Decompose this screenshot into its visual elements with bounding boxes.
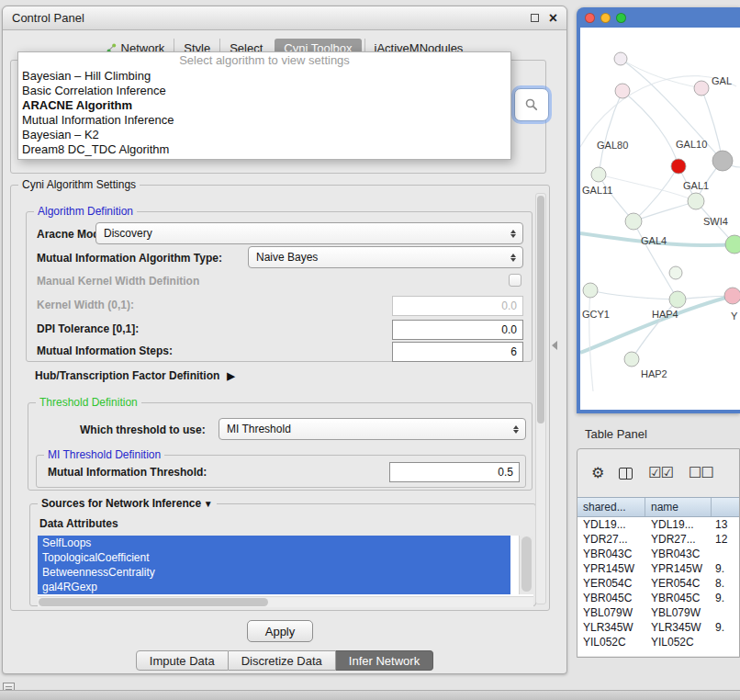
mi-steps-label: Mutual Information Steps: — [37, 344, 173, 357]
bottom-tab-impute-data[interactable]: Impute Data — [136, 650, 229, 671]
algorithm-option[interactable]: Bayesian – K2 — [18, 128, 510, 142]
table-row[interactable]: YBL079WYBL079W — [577, 605, 739, 620]
mi-threshold-group: MI Threshold Definition Mutual Informati… — [36, 455, 526, 488]
network-node[interactable] — [614, 52, 627, 65]
mi-threshold-label: Mutual Information Threshold: — [48, 466, 207, 479]
attribute-item[interactable]: BetweennessCentrality — [38, 565, 510, 580]
network-edge — [622, 91, 678, 166]
status-bar — [0, 690, 740, 700]
network-edge — [633, 221, 678, 299]
table-header: shared...name — [577, 497, 739, 517]
algorithm-option[interactable]: Basic Correlation Inference — [18, 84, 510, 98]
dpi-tolerance-input[interactable]: 0.0 — [392, 320, 523, 340]
settings-vertical-scrollbar[interactable] — [535, 193, 546, 604]
kernel-width-input[interactable]: 0.0 — [392, 296, 523, 316]
network-edge — [621, 59, 701, 88]
zoom-button[interactable] — [616, 13, 626, 23]
bottom-tab-infer-network[interactable]: Infer Network — [336, 650, 433, 671]
table-row[interactable]: YER054CYER054C8. — [577, 576, 739, 591]
mi-steps-input[interactable]: 6 — [392, 342, 523, 362]
manual-kernel-checkbox[interactable] — [509, 274, 521, 287]
scrollbar-thumb[interactable] — [537, 196, 544, 423]
network-edge — [633, 201, 696, 221]
columns-icon[interactable] — [619, 468, 633, 480]
mi-algorithm-type-select[interactable]: Naive Bayes — [248, 246, 523, 268]
control-panel-window: Control Panel × NetworkStyleSelectCyni T… — [2, 6, 567, 674]
node-label: HAP2 — [641, 368, 667, 379]
algorithm-search-button[interactable] — [514, 88, 549, 121]
select-all-icon[interactable]: ☑☑ — [648, 466, 673, 480]
close-window-icon[interactable]: × — [549, 11, 557, 26]
kernel-width-label: Kernel Width (0,1): — [37, 299, 134, 311]
table-row[interactable]: YPR145WYPR145W9. — [577, 561, 739, 576]
network-edge — [621, 59, 723, 161]
which-threshold-select[interactable]: MI Threshold — [219, 418, 526, 440]
table-row[interactable]: YDL19...YDL19...13 — [577, 517, 739, 532]
network-node[interactable] — [591, 167, 606, 182]
network-node[interactable] — [669, 291, 686, 308]
algorithm-option[interactable]: Mutual Information Inference — [18, 113, 510, 128]
node-label: GAL80 — [597, 140, 628, 151]
column-header[interactable]: name — [645, 498, 712, 516]
network-node[interactable] — [669, 266, 682, 279]
network-edge — [580, 76, 736, 147]
combo-arrows-icon — [510, 423, 521, 436]
attributes-vertical-scrollbar[interactable] — [519, 536, 533, 594]
network-canvas[interactable]: GALGAL80GAL10GAL11GAL1SWI4GAL4GCY1HAP4HA… — [580, 28, 740, 410]
minimize-button[interactable] — [600, 13, 611, 23]
network-edge — [599, 91, 622, 175]
column-header[interactable]: shared... — [577, 498, 645, 516]
network-node[interactable] — [624, 352, 639, 367]
network-node[interactable] — [583, 283, 598, 298]
panel-splitter-arrow[interactable] — [552, 341, 557, 350]
hub-definition-expander[interactable]: Hub/Transcription Factor Definition — [35, 369, 235, 382]
attribute-item[interactable]: SelfLoops — [38, 536, 510, 550]
attributes-horizontal-scrollbar[interactable] — [38, 596, 533, 607]
network-window-titlebar — [577, 7, 740, 28]
float-window-icon[interactable] — [531, 14, 539, 22]
algorithm-option[interactable]: Dream8 DC_TDC Algorithm — [18, 142, 510, 157]
node-label: SWI4 — [703, 216, 728, 227]
network-node[interactable] — [671, 159, 686, 174]
scrollbar-thumb[interactable] — [39, 598, 268, 606]
titlebar-icons: × — [531, 11, 557, 26]
combo-arrows-icon — [507, 251, 519, 265]
network-edge — [633, 166, 678, 221]
mi-threshold-input[interactable]: 0.5 — [389, 462, 520, 482]
network-node[interactable] — [615, 84, 630, 98]
bottom-tab-discretize-data[interactable]: Discretize Data — [229, 650, 336, 671]
table-row[interactable]: YLR345WYLR345W9. — [577, 620, 739, 635]
sources-group: Sources for Network Inference Data Attri… — [29, 503, 536, 606]
network-node[interactable] — [688, 193, 704, 209]
scrollbar-thumb[interactable] — [521, 536, 532, 592]
node-label: GAL — [712, 75, 732, 86]
column-header[interactable] — [712, 498, 739, 516]
attribute-item[interactable]: TopologicalCoefficient — [38, 550, 510, 565]
network-node[interactable] — [725, 235, 740, 254]
network-node[interactable] — [694, 81, 709, 96]
data-attributes-label: Data Attributes — [39, 517, 118, 530]
apply-button[interactable]: Apply — [247, 620, 313, 642]
sources-group-title[interactable]: Sources for Network Inference — [38, 497, 217, 510]
gear-icon[interactable]: ⚙ — [591, 466, 603, 480]
deselect-all-icon[interactable]: ☐☐ — [689, 466, 713, 480]
algorithm-option[interactable]: ARACNE Algorithm — [18, 98, 510, 113]
mi-threshold-title: MI Threshold Definition — [44, 448, 164, 461]
node-label: Y — [731, 310, 738, 322]
table-row[interactable]: YBR043CYBR043C — [577, 547, 739, 561]
aracne-mode-select[interactable]: Discovery — [95, 222, 523, 244]
algorithm-options: Bayesian – Hill ClimbingBasic Correlatio… — [18, 69, 510, 157]
network-node[interactable] — [625, 213, 642, 230]
table-row[interactable]: YIL052CYIL052C — [577, 635, 739, 649]
table-row[interactable]: YDR27...YDR27...12 — [577, 532, 739, 547]
network-node[interactable] — [712, 151, 733, 171]
attribute-item[interactable]: gal4RGexp — [38, 580, 510, 594]
algorithm-option[interactable]: Bayesian – Hill Climbing — [18, 69, 510, 84]
node-label: GAL11 — [582, 185, 612, 196]
control-panel-titlebar: Control Panel × — [3, 6, 566, 30]
network-node[interactable] — [724, 288, 740, 304]
close-button[interactable] — [585, 13, 595, 23]
node-label: HAP4 — [652, 309, 678, 320]
table-panel-title: Table Panel — [585, 427, 647, 441]
table-row[interactable]: YBR045CYBR045C9. — [577, 591, 739, 605]
